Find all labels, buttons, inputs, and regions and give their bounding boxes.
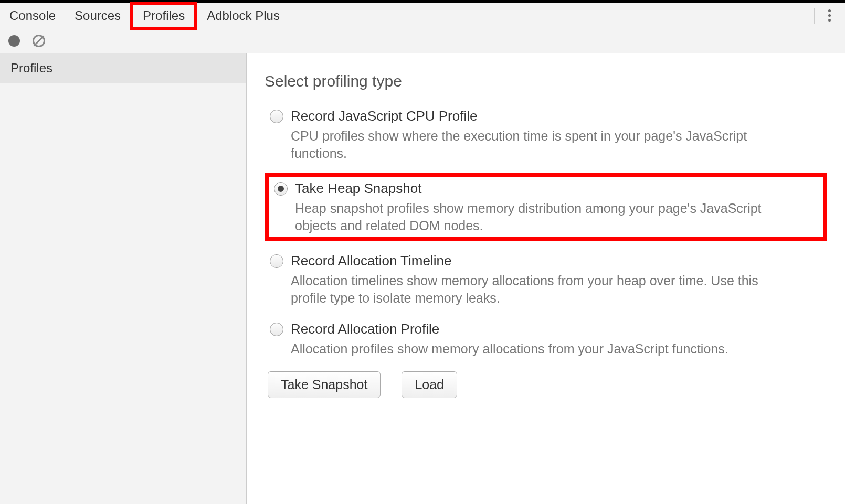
radio-heap-snapshot[interactable] bbox=[274, 182, 288, 196]
main-area: Profiles Select profiling type Record Ja… bbox=[0, 53, 845, 504]
record-icon[interactable] bbox=[8, 35, 20, 47]
option-desc-heap: Heap snapshot profiles show memory distr… bbox=[295, 200, 767, 234]
kebab-menu-icon[interactable] bbox=[819, 9, 840, 22]
option-title-alloc-profile: Record Allocation Profile bbox=[291, 321, 439, 337]
option-desc-timeline: Allocation timelines show memory allocat… bbox=[291, 272, 763, 306]
tab-sources[interactable]: Sources bbox=[65, 3, 130, 28]
option-title-timeline: Record Allocation Timeline bbox=[291, 253, 451, 269]
option-allocation-profile[interactable]: Record Allocation Profile Allocation pro… bbox=[265, 318, 827, 361]
profiles-content: Select profiling type Record JavaScript … bbox=[247, 53, 845, 504]
option-title-heap: Take Heap Snapshot bbox=[295, 180, 421, 197]
option-cpu-profile[interactable]: Record JavaScript CPU Profile CPU profil… bbox=[265, 105, 827, 165]
option-desc-alloc-profile: Allocation profiles show memory allocati… bbox=[291, 340, 763, 358]
take-snapshot-button[interactable]: Take Snapshot bbox=[268, 371, 381, 398]
tab-adblock-plus[interactable]: Adblock Plus bbox=[197, 3, 289, 28]
option-title-cpu: Record JavaScript CPU Profile bbox=[291, 108, 477, 124]
load-button[interactable]: Load bbox=[402, 371, 457, 398]
radio-allocation-timeline[interactable] bbox=[270, 254, 283, 268]
radio-cpu-profile[interactable] bbox=[270, 110, 283, 123]
profiles-toolbar bbox=[0, 28, 845, 53]
tabs-divider bbox=[814, 8, 815, 24]
option-allocation-timeline[interactable]: Record Allocation Timeline Allocation ti… bbox=[265, 250, 827, 309]
tab-profiles[interactable]: Profiles bbox=[130, 2, 197, 30]
devtools-tabs: Console Sources Profiles Adblock Plus bbox=[0, 3, 845, 28]
option-heap-snapshot[interactable]: Take Heap Snapshot Heap snapshot profile… bbox=[265, 173, 827, 241]
sidebar-item-profiles[interactable]: Profiles bbox=[0, 53, 246, 83]
radio-allocation-profile[interactable] bbox=[270, 323, 283, 336]
content-title: Select profiling type bbox=[265, 72, 827, 90]
tab-console[interactable]: Console bbox=[0, 3, 65, 28]
clear-icon[interactable] bbox=[33, 35, 45, 47]
action-buttons: Take Snapshot Load bbox=[268, 371, 827, 398]
option-desc-cpu: CPU profiles show where the execution ti… bbox=[291, 127, 763, 162]
profiles-sidebar: Profiles bbox=[0, 53, 247, 504]
